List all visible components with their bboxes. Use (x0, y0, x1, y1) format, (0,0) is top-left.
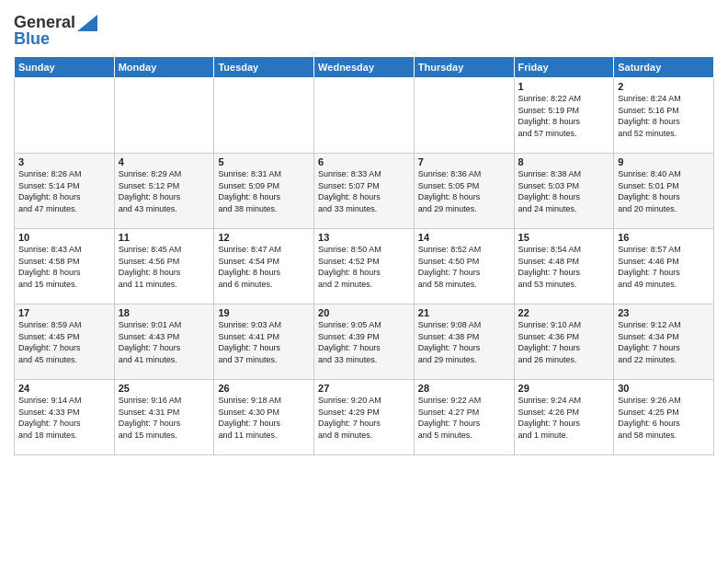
day-info: Sunrise: 9:16 AM Sunset: 4:31 PM Dayligh… (119, 395, 210, 441)
calendar-week-2: 3Sunrise: 8:26 AM Sunset: 5:14 PM Daylig… (15, 154, 714, 229)
day-number: 13 (318, 232, 410, 243)
calendar-cell (214, 78, 314, 154)
day-number: 7 (418, 156, 510, 167)
calendar-cell (314, 78, 415, 154)
day-number: 23 (618, 307, 710, 318)
calendar-cell: 15Sunrise: 8:54 AM Sunset: 4:48 PM Dayli… (514, 229, 614, 304)
day-info: Sunrise: 9:08 AM Sunset: 4:38 PM Dayligh… (418, 319, 510, 365)
day-info: Sunrise: 9:26 AM Sunset: 4:25 PM Dayligh… (618, 395, 710, 441)
day-info: Sunrise: 9:20 AM Sunset: 4:29 PM Dayligh… (318, 395, 410, 441)
day-info: Sunrise: 9:05 AM Sunset: 4:39 PM Dayligh… (318, 319, 410, 365)
calendar-cell: 12Sunrise: 8:47 AM Sunset: 4:54 PM Dayli… (214, 229, 314, 304)
calendar-cell: 18Sunrise: 9:01 AM Sunset: 4:43 PM Dayli… (114, 304, 214, 380)
day-info: Sunrise: 9:18 AM Sunset: 4:30 PM Dayligh… (218, 395, 310, 441)
calendar-week-5: 24Sunrise: 9:14 AM Sunset: 4:33 PM Dayli… (15, 380, 714, 455)
calendar-cell: 30Sunrise: 9:26 AM Sunset: 4:25 PM Dayli… (614, 380, 714, 455)
logo: General Blue (14, 13, 97, 49)
day-number: 11 (119, 232, 210, 243)
day-header-sunday: Sunday (15, 57, 115, 78)
day-info: Sunrise: 9:01 AM Sunset: 4:43 PM Dayligh… (119, 319, 210, 365)
calendar-cell: 29Sunrise: 9:24 AM Sunset: 4:26 PM Dayli… (514, 380, 614, 455)
header: General Blue (14, 9, 714, 49)
day-number: 27 (318, 383, 410, 394)
calendar-cell: 9Sunrise: 8:40 AM Sunset: 5:01 PM Daylig… (614, 154, 714, 229)
day-number: 15 (518, 232, 610, 243)
calendar-header-row: SundayMondayTuesdayWednesdayThursdayFrid… (15, 57, 714, 78)
svg-marker-0 (77, 15, 97, 31)
day-number: 30 (618, 383, 710, 394)
day-info: Sunrise: 8:43 AM Sunset: 4:58 PM Dayligh… (18, 244, 110, 290)
day-number: 26 (218, 383, 310, 394)
calendar-cell: 26Sunrise: 9:18 AM Sunset: 4:30 PM Dayli… (214, 380, 314, 455)
calendar-cell: 22Sunrise: 9:10 AM Sunset: 4:36 PM Dayli… (514, 304, 614, 380)
calendar-cell: 4Sunrise: 8:29 AM Sunset: 5:12 PM Daylig… (114, 154, 214, 229)
calendar-cell: 27Sunrise: 9:20 AM Sunset: 4:29 PM Dayli… (314, 380, 415, 455)
day-info: Sunrise: 8:47 AM Sunset: 4:54 PM Dayligh… (218, 244, 310, 290)
calendar-cell: 24Sunrise: 9:14 AM Sunset: 4:33 PM Dayli… (15, 380, 115, 455)
day-info: Sunrise: 9:10 AM Sunset: 4:36 PM Dayligh… (518, 319, 610, 365)
page-container: General Blue SundayMondayTuesdayWednesda… (0, 0, 728, 465)
calendar-week-1: 1Sunrise: 8:22 AM Sunset: 5:19 PM Daylig… (15, 78, 714, 154)
day-info: Sunrise: 8:24 AM Sunset: 5:16 PM Dayligh… (618, 93, 710, 139)
calendar-cell: 1Sunrise: 8:22 AM Sunset: 5:19 PM Daylig… (514, 78, 614, 154)
calendar-cell: 14Sunrise: 8:52 AM Sunset: 4:50 PM Dayli… (414, 229, 514, 304)
day-info: Sunrise: 9:22 AM Sunset: 4:27 PM Dayligh… (418, 395, 510, 441)
day-header-saturday: Saturday (614, 57, 714, 78)
calendar-cell: 23Sunrise: 9:12 AM Sunset: 4:34 PM Dayli… (614, 304, 714, 380)
day-info: Sunrise: 9:14 AM Sunset: 4:33 PM Dayligh… (18, 395, 110, 441)
day-number: 24 (18, 383, 110, 394)
day-number: 16 (618, 232, 710, 243)
day-number: 2 (618, 81, 710, 92)
day-header-friday: Friday (514, 57, 614, 78)
day-header-monday: Monday (114, 57, 214, 78)
day-info: Sunrise: 8:22 AM Sunset: 5:19 PM Dayligh… (518, 93, 610, 139)
day-number: 29 (518, 383, 610, 394)
day-number: 10 (18, 232, 110, 243)
day-info: Sunrise: 8:38 AM Sunset: 5:03 PM Dayligh… (518, 168, 610, 214)
calendar-cell (114, 78, 214, 154)
day-number: 1 (518, 81, 610, 92)
day-info: Sunrise: 8:36 AM Sunset: 5:05 PM Dayligh… (418, 168, 510, 214)
day-number: 5 (218, 156, 310, 167)
calendar-week-4: 17Sunrise: 8:59 AM Sunset: 4:45 PM Dayli… (15, 304, 714, 380)
day-info: Sunrise: 9:12 AM Sunset: 4:34 PM Dayligh… (618, 319, 710, 365)
day-number: 19 (218, 307, 310, 318)
day-number: 28 (418, 383, 510, 394)
calendar-cell: 17Sunrise: 8:59 AM Sunset: 4:45 PM Dayli… (15, 304, 115, 380)
day-header-wednesday: Wednesday (314, 57, 415, 78)
day-number: 21 (418, 307, 510, 318)
day-number: 22 (518, 307, 610, 318)
calendar-cell (414, 78, 514, 154)
calendar-week-3: 10Sunrise: 8:43 AM Sunset: 4:58 PM Dayli… (15, 229, 714, 304)
calendar-cell: 10Sunrise: 8:43 AM Sunset: 4:58 PM Dayli… (15, 229, 115, 304)
day-info: Sunrise: 8:50 AM Sunset: 4:52 PM Dayligh… (318, 244, 410, 290)
day-number: 18 (119, 307, 210, 318)
day-number: 3 (18, 156, 110, 167)
day-info: Sunrise: 8:26 AM Sunset: 5:14 PM Dayligh… (18, 168, 110, 214)
day-number: 9 (618, 156, 710, 167)
calendar-cell: 21Sunrise: 9:08 AM Sunset: 4:38 PM Dayli… (414, 304, 514, 380)
day-info: Sunrise: 8:59 AM Sunset: 4:45 PM Dayligh… (18, 319, 110, 365)
calendar-cell: 2Sunrise: 8:24 AM Sunset: 5:16 PM Daylig… (614, 78, 714, 154)
day-info: Sunrise: 8:29 AM Sunset: 5:12 PM Dayligh… (119, 168, 210, 214)
calendar-cell: 19Sunrise: 9:03 AM Sunset: 4:41 PM Dayli… (214, 304, 314, 380)
day-info: Sunrise: 9:24 AM Sunset: 4:26 PM Dayligh… (518, 395, 610, 441)
logo-blue-text: Blue (14, 29, 97, 49)
day-info: Sunrise: 8:57 AM Sunset: 4:46 PM Dayligh… (618, 244, 710, 290)
day-info: Sunrise: 8:54 AM Sunset: 4:48 PM Dayligh… (518, 244, 610, 290)
day-number: 14 (418, 232, 510, 243)
day-header-thursday: Thursday (414, 57, 514, 78)
day-info: Sunrise: 9:03 AM Sunset: 4:41 PM Dayligh… (218, 319, 310, 365)
calendar-cell: 3Sunrise: 8:26 AM Sunset: 5:14 PM Daylig… (15, 154, 115, 229)
calendar-cell: 16Sunrise: 8:57 AM Sunset: 4:46 PM Dayli… (614, 229, 714, 304)
calendar-cell: 5Sunrise: 8:31 AM Sunset: 5:09 PM Daylig… (214, 154, 314, 229)
day-info: Sunrise: 8:45 AM Sunset: 4:56 PM Dayligh… (119, 244, 210, 290)
logo-icon (77, 15, 97, 31)
day-number: 12 (218, 232, 310, 243)
day-number: 8 (518, 156, 610, 167)
calendar-cell: 6Sunrise: 8:33 AM Sunset: 5:07 PM Daylig… (314, 154, 415, 229)
calendar-cell: 28Sunrise: 9:22 AM Sunset: 4:27 PM Dayli… (414, 380, 514, 455)
day-number: 4 (119, 156, 210, 167)
calendar-cell (15, 78, 115, 154)
day-info: Sunrise: 8:33 AM Sunset: 5:07 PM Dayligh… (318, 168, 410, 214)
